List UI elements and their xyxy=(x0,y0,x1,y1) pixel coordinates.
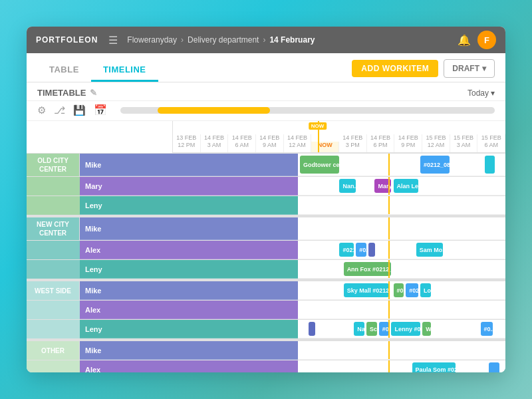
member-mike-west: Mike xyxy=(80,281,298,300)
task-block[interactable]: #0... xyxy=(481,322,493,336)
chevron-down-icon-today: ▾ xyxy=(491,88,495,98)
tab-bar: TABLE TIMELINE ADD WORKITEM DRAFT ▾ xyxy=(27,53,505,82)
task-block[interactable] xyxy=(368,243,375,257)
main-content: 13 FEB12 PM 14 FEB3 AM 14 FEB6 AM 14 FEB… xyxy=(27,121,505,372)
edit-icon[interactable]: ✎ xyxy=(90,88,97,98)
add-workitem-button[interactable]: ADD WORKITEM xyxy=(352,60,438,77)
timeline-leny-west: Na... Sco... #02... Lenny #0211... W... … xyxy=(298,320,505,338)
member-mike-old: Mike xyxy=(80,154,298,176)
date-col-9: 15 FEB12 AM xyxy=(422,134,450,152)
task-block[interactable]: #021... xyxy=(406,283,418,297)
tab-actions: ADD WORKITEM DRAFT ▾ xyxy=(352,59,495,82)
timeline-mary-old: Nan... Mary... Alan Lee... xyxy=(298,177,505,196)
task-block[interactable]: Paula Som #0211... xyxy=(412,362,456,372)
task-block[interactable]: Lenny #0211... xyxy=(391,322,420,336)
date-col-7: 14 FEB6 PM xyxy=(367,134,395,152)
now-line xyxy=(388,301,390,319)
group-west-side: WEST SIDE Mike Sky Mall #0212_078 #0... … xyxy=(27,281,505,341)
user-avatar[interactable]: F xyxy=(477,31,496,49)
group-spacer xyxy=(27,260,80,279)
member-mary-old: Mary xyxy=(80,177,298,196)
task-block[interactable]: Alan Lee... xyxy=(394,179,418,193)
task-block[interactable]: #0... xyxy=(394,283,404,297)
date-col-2: 14 FEB6 AM xyxy=(228,134,256,152)
group-old-city-center: OLD CITYCENTER Mike Godtower centre... #… xyxy=(27,154,505,217)
now-line xyxy=(388,260,390,278)
timeline-mike-west: Sky Mall #0212_078 #0... #021... Lo... xyxy=(298,281,505,300)
tab-timeline[interactable]: TIMELINE xyxy=(91,58,158,82)
now-line xyxy=(388,360,390,372)
scrollbar-thumb xyxy=(158,107,270,114)
now-line xyxy=(388,154,390,176)
date-col-0: 13 FEB12 PM xyxy=(173,134,201,152)
task-block[interactable]: #0212_082 xyxy=(420,156,450,174)
now-line xyxy=(388,217,390,239)
member-mike-new: Mike xyxy=(80,217,298,240)
chevron-down-icon: ▾ xyxy=(482,64,486,73)
task-block[interactable]: Sco... xyxy=(366,322,377,336)
task-block[interactable]: Na... xyxy=(354,322,364,336)
timeline-leny-old xyxy=(298,196,505,215)
breadcrumb-item-1[interactable]: Floweranyday xyxy=(127,35,177,45)
timeline-mike-new xyxy=(298,217,505,240)
task-block[interactable]: W... xyxy=(422,322,430,336)
task-block[interactable]: #0212... xyxy=(339,243,354,257)
settings-icon[interactable]: ⚙ xyxy=(37,104,46,116)
now-line xyxy=(388,177,390,195)
task-block[interactable]: Sky Mall #0212_078 xyxy=(344,283,390,297)
date-col-4: 14 FEB12 AM xyxy=(284,134,312,152)
task-block[interactable] xyxy=(309,322,315,336)
share-icon[interactable]: ⎇ xyxy=(54,104,65,116)
date-col-6: 14 FEB3 PM xyxy=(339,134,367,152)
app-window: PORTFOLEON ☰ Floweranyday › Delivery dep… xyxy=(27,27,505,372)
task-block[interactable]: Nan... xyxy=(339,179,356,193)
now-line xyxy=(388,320,390,338)
timeline-mike-old: Godtower centre... #0212_082 xyxy=(298,154,505,176)
group-label-old: OLD CITYCENTER xyxy=(27,154,80,176)
bell-icon[interactable]: 🔔 xyxy=(458,34,471,47)
task-block[interactable] xyxy=(485,156,495,174)
task-block[interactable]: Sam Mo... xyxy=(416,243,444,257)
timetable-header: TIMETABLE ✎ Today ▾ xyxy=(27,82,505,101)
today-button[interactable]: Today ▾ xyxy=(467,88,495,98)
top-bar: PORTFOLEON ☰ Floweranyday › Delivery dep… xyxy=(27,27,505,53)
member-mike-other: Mike xyxy=(80,341,298,360)
timeline-alex-other: Paula Som #0211... xyxy=(298,360,505,372)
group-spacer xyxy=(27,241,80,259)
member-alex-other: Alex xyxy=(80,360,298,372)
date-col-1: 14 FEB3 AM xyxy=(201,134,229,152)
task-block[interactable]: Ann Fox #0212_321 xyxy=(344,262,392,276)
now-line xyxy=(388,341,390,359)
date-col-10: 15 FEB3 AM xyxy=(450,134,478,152)
breadcrumb-current[interactable]: 14 February xyxy=(269,35,315,45)
breadcrumb-item-2[interactable]: Delivery department xyxy=(188,35,259,45)
timeline-leny-new: Ann Fox #0212_321 xyxy=(298,260,505,279)
app-logo: PORTFOLEON xyxy=(36,35,98,45)
calendar-icon[interactable]: 📅 xyxy=(94,104,107,116)
breadcrumb: Floweranyday › Delivery department › 14 … xyxy=(127,35,315,45)
group-label-new: NEW CITYCENTER xyxy=(27,217,80,240)
member-alex-new: Alex xyxy=(80,241,298,259)
save-icon[interactable]: 💾 xyxy=(73,104,86,116)
top-bar-right: 🔔 F xyxy=(458,31,496,49)
group-spacer xyxy=(27,360,80,372)
draft-button[interactable]: DRAFT ▾ xyxy=(444,59,495,78)
toolbar: ⚙ ⎇ 💾 📅 xyxy=(27,101,505,121)
group-spacer xyxy=(27,196,80,215)
member-alex-west: Alex xyxy=(80,301,298,319)
group-label-other: OTHER xyxy=(27,341,80,360)
task-block[interactable]: Godtower centre... xyxy=(300,156,339,174)
date-col-now: NOW xyxy=(311,142,339,152)
timeline-alex-new: #0212... #02... Sam Mo... xyxy=(298,241,505,259)
timeline-alex-west xyxy=(298,301,505,319)
task-block[interactable]: #02... xyxy=(356,243,366,257)
task-block[interactable] xyxy=(489,362,499,372)
date-col-3: 14 FEB9 AM xyxy=(256,134,284,152)
hamburger-icon[interactable]: ☰ xyxy=(108,34,118,47)
member-leny-west: Leny xyxy=(80,320,298,338)
tab-table[interactable]: TABLE xyxy=(37,58,91,82)
now-line xyxy=(388,281,390,299)
timeline-scrollbar[interactable] xyxy=(120,107,495,114)
now-badge: NOW xyxy=(309,122,327,130)
task-block[interactable]: Lo... xyxy=(420,283,431,297)
